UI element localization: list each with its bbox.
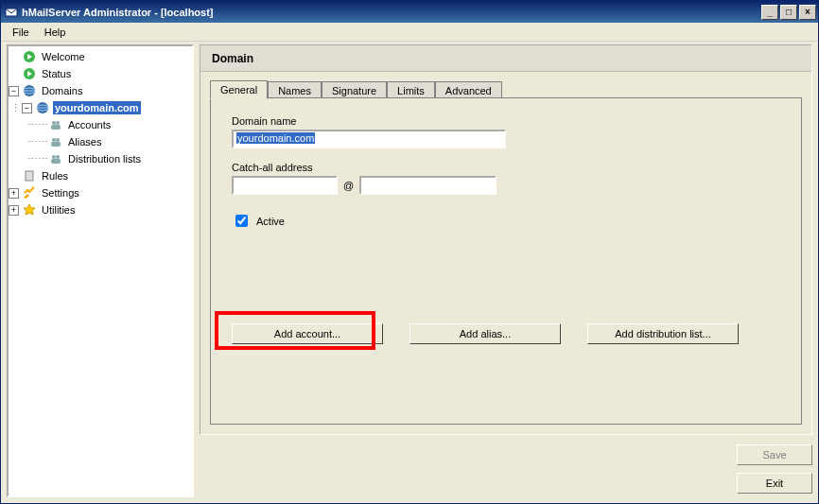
globe-icon [22,83,37,98]
users-icon [48,134,63,149]
at-symbol: @ [343,180,354,191]
expand-toggle[interactable]: + [9,188,19,199]
exit-button[interactable]: Exit [737,473,812,494]
tree-item-aliases[interactable]: ⋯⋯ Aliases [9,133,192,150]
svg-rect-11 [51,125,61,130]
panel-title: Domain [200,45,811,72]
svg-point-15 [52,155,56,159]
svg-point-9 [52,121,56,125]
tree-item-status[interactable]: Status [9,65,192,82]
tree-item-selected-domain[interactable]: ⋮ − yourdomain.com [9,99,192,116]
add-account-button[interactable]: Add account... [232,323,383,344]
menu-file[interactable]: File [5,25,37,40]
catchall-label: Catch-all address [232,162,780,173]
tree-item-utilities[interactable]: + Utilities [9,201,192,218]
star-icon [22,202,37,217]
tree-item-rules[interactable]: Rules [9,167,192,184]
active-checkbox[interactable] [235,215,248,227]
tab-general[interactable]: General [210,80,268,99]
gear-icon [22,185,37,200]
minimize-button[interactable]: _ [761,5,778,20]
expand-toggle[interactable]: − [9,86,19,96]
bottom-buttons: Save [200,441,812,469]
add-alias-button[interactable]: Add alias... [410,323,561,344]
domain-name-label: Domain name [232,115,780,127]
expand-toggle[interactable]: − [22,103,32,113]
bottom-buttons-2: Exit [200,469,812,497]
close-button[interactable]: × [799,5,816,20]
svg-point-13 [56,138,60,142]
svg-point-16 [56,155,60,159]
domain-name-input[interactable]: yourdomain.com [232,130,506,148]
add-distribution-list-button[interactable]: Add distribution list... [587,323,739,344]
arrow-right-icon [22,49,37,64]
document-icon [22,168,37,183]
expand-toggle[interactable]: + [9,205,19,216]
tree-item-settings[interactable]: + Settings [9,184,192,201]
catchall-domain-input[interactable] [359,176,497,195]
app-window: hMailServer Administrator - [localhost] … [0,0,819,504]
tree-item-distribution-lists[interactable]: ⋯⋯ Distribution lists [9,150,192,167]
catchall-local-input[interactable] [232,176,338,195]
nav-tree[interactable]: Welcome Status − Domains ⋮ − yourdomain.… [7,44,194,497]
svg-rect-18 [26,171,33,181]
tab-strip: General Names Signature Limits Advanced [210,78,802,98]
right-pane: Domain General Names Signature Limits Ad… [200,44,812,497]
arrow-right-icon [22,66,37,81]
window-title: hMailServer Administrator - [localhost] [22,7,761,18]
action-row: Add account... Add alias... Add distribu… [232,323,780,344]
menu-help[interactable]: Help [37,25,74,40]
maximize-button[interactable]: □ [780,5,797,20]
svg-rect-14 [51,142,61,147]
app-icon [5,6,18,19]
client-area: Welcome Status − Domains ⋮ − yourdomain.… [1,43,818,503]
svg-rect-17 [51,159,61,164]
globe-icon [35,100,50,115]
save-button[interactable]: Save [737,444,812,465]
main-panel: Domain General Names Signature Limits Ad… [200,44,812,435]
tree-item-welcome[interactable]: Welcome [9,48,192,65]
title-bar[interactable]: hMailServer Administrator - [localhost] … [1,1,818,23]
svg-point-12 [52,138,56,142]
users-icon [48,117,63,132]
menu-bar: File Help [1,23,818,42]
users-icon [48,151,63,166]
tree-item-domains[interactable]: − Domains [9,82,192,99]
tab-container: General Names Signature Limits Advanced … [210,78,802,425]
tree-item-accounts[interactable]: ⋯⋯ Accounts [9,116,192,133]
svg-point-10 [56,121,60,125]
active-label: Active [256,216,285,227]
tab-body-general: Domain name yourdomain.com Catch-all add… [210,97,802,425]
